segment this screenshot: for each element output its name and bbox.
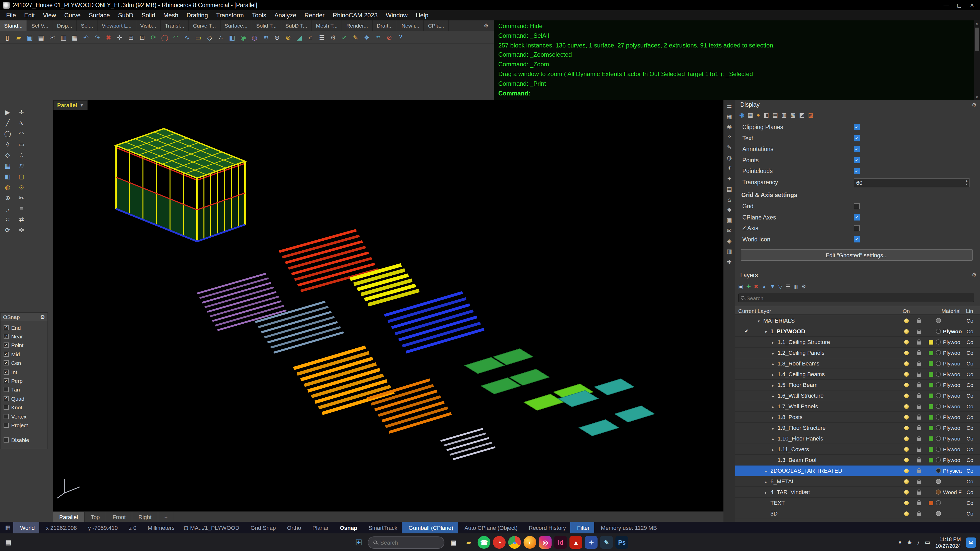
toolbar-icon[interactable]: ✎ — [351, 32, 360, 42]
viewport-parallel[interactable]: Parallel ▼ — [53, 100, 724, 511]
expand-arrow-icon[interactable]: ▸ — [772, 426, 778, 431]
layer-on-bulb-icon[interactable] — [904, 383, 909, 387]
tray-icon[interactable]: ♪ — [917, 539, 920, 545]
status-item[interactable]: Osnap — [333, 522, 362, 534]
transparency-input[interactable] — [854, 179, 969, 187]
toolbar-tab[interactable]: Curve T... — [189, 21, 221, 31]
osnap-disable[interactable]: Disable — [3, 436, 45, 445]
display-toggle-checkbox[interactable] — [854, 135, 860, 141]
notifications-icon[interactable]: ✉ — [966, 537, 976, 548]
panel-tab-icon[interactable]: ◉ — [727, 124, 732, 130]
taskbar-app-icon[interactable]: ◎ — [539, 536, 552, 549]
command-scrollbar[interactable]: ▲ ▼ — [974, 21, 980, 100]
toolbar-icon[interactable]: ⚙ — [328, 32, 338, 42]
toolbar-icon[interactable]: ✖ — [103, 32, 113, 42]
osnap-checkbox[interactable] — [3, 325, 9, 330]
display-mode-icon[interactable]: ▨ — [808, 112, 813, 118]
expand-arrow-icon[interactable]: ▸ — [772, 362, 778, 367]
menu-item[interactable]: Analyze — [270, 10, 300, 21]
layer-color-swatch[interactable] — [929, 361, 933, 366]
osnap-checkbox[interactable] — [3, 360, 9, 366]
left-toolbar-icon[interactable]: ≋ — [15, 161, 27, 171]
layer-material-ball-icon[interactable] — [936, 404, 941, 409]
layer-material-ball-icon[interactable] — [936, 372, 941, 377]
status-item[interactable]: Planar — [306, 522, 333, 534]
left-toolbar-icon[interactable]: ∴ — [15, 150, 27, 160]
tray-icon[interactable]: ∧ — [898, 539, 902, 546]
left-toolbar-icon[interactable]: ▶ — [2, 107, 14, 118]
osnap-item[interactable]: Vertex — [3, 412, 45, 421]
layer-lock-icon[interactable] — [917, 395, 921, 398]
toolbar-icon[interactable]: ∴ — [216, 32, 226, 42]
toolbar-icon[interactable]: ❖ — [362, 32, 372, 42]
toolbar-icon[interactable]: ⊞ — [126, 32, 136, 42]
transparency-field[interactable]: ▲▼ — [854, 178, 969, 187]
osnap-checkbox[interactable] — [3, 343, 9, 348]
menu-item[interactable]: File — [2, 10, 20, 21]
layer-row[interactable]: ▸1.3_Roof Beams Plywoo Co — [735, 358, 980, 369]
taskbar-app-icon[interactable]: ▣ — [447, 536, 460, 549]
osnap-item[interactable]: Point — [3, 341, 45, 350]
layer-name[interactable]: 3D — [765, 510, 778, 516]
layer-color-swatch[interactable] — [929, 351, 933, 355]
layer-material-ball-icon[interactable] — [936, 436, 941, 441]
toolbar-icon[interactable]: ▰ — [14, 32, 24, 42]
toolbar-icon[interactable]: ↷ — [92, 32, 102, 42]
taskbar-app-icon[interactable]: ☎ — [477, 536, 490, 549]
left-toolbar-icon[interactable]: ✂ — [15, 193, 27, 203]
menu-item[interactable]: Surface — [85, 10, 114, 21]
panel-tab-icon[interactable]: ✦ — [727, 175, 732, 182]
display-mode-icon[interactable]: ● — [757, 112, 760, 118]
layer-lock-icon[interactable] — [917, 470, 921, 473]
toolbar-icon[interactable]: ◉ — [239, 32, 248, 42]
left-toolbar-icon[interactable]: ◧ — [2, 171, 14, 182]
layer-material-ball-icon[interactable] — [936, 340, 941, 345]
chevron-down-icon[interactable]: ▼ — [80, 103, 84, 108]
layer-color-swatch[interactable] — [929, 415, 933, 419]
layer-lock-icon[interactable] — [917, 331, 921, 334]
panel-tab-icon[interactable]: ☰ — [727, 103, 732, 109]
toolbar-tab[interactable]: Set V... — [27, 21, 53, 31]
toolbar-icon[interactable]: ◯ — [160, 32, 170, 42]
status-item[interactable]: Filter — [571, 522, 594, 534]
layer-color-swatch[interactable] — [929, 468, 933, 473]
layer-material-ball-icon[interactable] — [936, 468, 941, 473]
layer-on-bulb-icon[interactable] — [904, 479, 909, 484]
panel-tab-icon[interactable]: ⌂ — [727, 196, 731, 202]
toolbar-icon[interactable]: ▤ — [36, 32, 46, 42]
grid-toggle-checkbox[interactable] — [854, 236, 860, 242]
viewport-tab[interactable]: Right — [132, 512, 158, 522]
toolbar-icon[interactable]: ⌂ — [306, 32, 315, 42]
left-toolbar-icon[interactable]: ◊ — [2, 139, 14, 149]
layer-row[interactable]: 1.3_Beam Roof Plywoo Co — [735, 455, 980, 465]
menu-item[interactable]: Edit — [20, 10, 39, 21]
expand-arrow-icon[interactable]: ▾ — [765, 330, 770, 334]
tray-icon[interactable]: ▭ — [925, 539, 930, 546]
column-material[interactable]: Material — [942, 308, 961, 314]
left-toolbar-icon[interactable]: ≡ — [15, 204, 27, 214]
status-item[interactable]: x 21262.008 — [39, 522, 81, 534]
layer-on-bulb-icon[interactable] — [904, 458, 909, 462]
layer-on-bulb-icon[interactable] — [904, 351, 909, 355]
toolbar-tab[interactable]: Draft... — [373, 21, 398, 31]
layer-color-swatch[interactable] — [929, 383, 933, 387]
layer-on-bulb-icon[interactable] — [904, 437, 909, 441]
layer-name[interactable]: ▸1.11_Covers — [772, 446, 809, 452]
layer-row[interactable]: 3D Co — [735, 508, 980, 519]
layer-row[interactable]: ▸2DOUGLAS_TAR TREATED Physica Co — [735, 465, 980, 476]
start-button-icon[interactable]: ⊞ — [352, 537, 366, 548]
layer-lock-icon[interactable] — [917, 416, 921, 419]
menu-item[interactable]: Tools — [248, 10, 270, 21]
layer-on-bulb-icon[interactable] — [904, 447, 909, 452]
layer-lock-icon[interactable] — [917, 513, 921, 516]
layer-color-swatch[interactable] — [929, 394, 933, 398]
status-item[interactable]: Record History — [522, 522, 571, 534]
panel-tab-icon[interactable]: ✚ — [727, 259, 732, 265]
display-mode-icon[interactable]: ◧ — [764, 112, 769, 118]
scrollbar-thumb[interactable] — [975, 27, 979, 51]
expand-arrow-icon[interactable]: ▸ — [772, 405, 778, 410]
status-item[interactable]: Gumball (CPlane) — [402, 522, 458, 534]
expand-arrow-icon[interactable]: ▸ — [772, 416, 778, 420]
expand-arrow-icon[interactable]: ▸ — [772, 351, 778, 356]
menu-item[interactable]: Drafting — [183, 10, 212, 21]
